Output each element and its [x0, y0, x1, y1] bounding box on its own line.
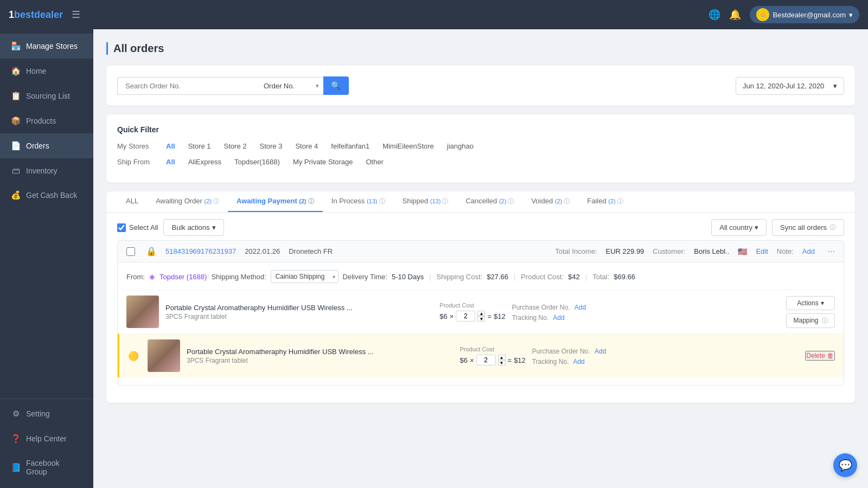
sidebar-item-products[interactable]: 📦 Products [0, 108, 93, 133]
product-image [126, 296, 159, 328]
sidebar-item-help-center[interactable]: ❓ Help Center [0, 426, 93, 451]
po-label: Purchase Order No. [512, 304, 570, 311]
quantity-input[interactable] [456, 311, 475, 322]
ship-option-private[interactable]: My Private Storage [288, 156, 359, 168]
qty-up[interactable]: ▲ [477, 311, 485, 316]
tab-voided[interactable]: Voided (2) ⓘ [522, 191, 578, 212]
table-controls: Select All Bulk actions ▾ All country ▾ … [106, 213, 855, 240]
product-info: Portable Crystal Aromatheraphy Humidifie… [165, 304, 433, 320]
menu-toggle[interactable]: ☰ [72, 9, 80, 21]
tab-shipped[interactable]: Shipped (13) ⓘ [394, 191, 457, 212]
tracking-add-link-2[interactable]: Add [573, 358, 584, 365]
quantity-input-2[interactable] [476, 355, 496, 365]
globe-icon[interactable]: 🌐 [709, 9, 720, 21]
product-name: Portable Crystal Aromatheraphy Humidifie… [165, 304, 433, 312]
controls-right: All country ▾ Sync all orders ⓘ [711, 219, 844, 236]
tab-failed[interactable]: Failed (2) ⓘ [578, 191, 632, 212]
sidebar-label-orders: Orders [26, 142, 49, 150]
bell-icon[interactable]: 🔔 [729, 9, 741, 21]
select-all-wrap: Select All [117, 223, 158, 232]
sync-all-button[interactable]: Sync all orders ⓘ [772, 219, 844, 236]
ship-option-topdser[interactable]: Topdser(1688) [229, 156, 285, 168]
order-checkbox[interactable] [126, 247, 135, 256]
product-variant: 3PCS Fragrant tablet [165, 313, 433, 320]
ship-option-all[interactable]: All [161, 156, 181, 168]
from-label: From: [126, 273, 145, 281]
country-dropdown-icon: ▾ [755, 223, 758, 232]
tab-awaiting-order[interactable]: Awaiting Order (2) ⓘ [147, 191, 228, 212]
tab-in-process[interactable]: In Process (13) ⓘ [323, 191, 394, 212]
sidebar-item-home[interactable]: 🏠 Home [0, 59, 93, 84]
shipping-cost-value: $27.66 [487, 273, 508, 281]
sidebar-label-sourcing: Sourcing List [26, 92, 70, 100]
store-option-2[interactable]: Store 2 [219, 140, 252, 152]
qty-down[interactable]: ▼ [477, 316, 485, 322]
search-type-select[interactable]: Order No. [258, 77, 323, 95]
sidebar-item-get-cash-back[interactable]: 💰 Get Cash Back [0, 183, 93, 208]
date-range-picker[interactable]: Jun 12, 2020-Jul 12, 2020 ▾ [736, 77, 844, 95]
sidebar-item-sourcing-list[interactable]: 📋 Sourcing List [0, 84, 93, 108]
sync-info-icon: ⓘ [830, 223, 836, 232]
tracking-add-link[interactable]: Add [553, 314, 564, 322]
store-option-jianghao[interactable]: jianghao [442, 140, 479, 152]
tab-awaiting-payment[interactable]: Awaiting Payment (2) ⓘ [228, 191, 323, 212]
sidebar-item-setting[interactable]: ⚙ Setting [0, 401, 93, 426]
store-option-4[interactable]: Store 4 [290, 140, 323, 152]
qty-up-2[interactable]: ▲ [498, 355, 506, 360]
store-option-3[interactable]: Store 3 [254, 140, 288, 152]
supplier-name: Topdser (1688) [159, 273, 207, 281]
order-status-icon: 🔒 [146, 246, 157, 256]
chat-bubble[interactable]: 💬 [833, 453, 857, 477]
po-add-link[interactable]: Add [575, 304, 586, 311]
sidebar-item-facebook[interactable]: 📘 Facebook Group [0, 451, 93, 484]
store-option-mimi[interactable]: MimiEileenStore [377, 140, 439, 152]
order-more-button[interactable]: ⋯ [828, 247, 835, 255]
order-store: Dronetech FR [289, 247, 333, 255]
store-option-all[interactable]: All [161, 140, 181, 152]
sync-all-label: Sync all orders [780, 223, 827, 232]
user-menu[interactable]: 👑 Bestdealer@gmail.com ▾ [750, 6, 859, 23]
all-country-button[interactable]: All country ▾ [711, 219, 767, 236]
po-add-link-2[interactable]: Add [595, 348, 606, 355]
delivery-value: 5-10 Days [392, 273, 424, 281]
delete-button[interactable]: Delete 🗑 [805, 351, 835, 361]
search-card: Order No. 🔍 Jun 12, 2020-Jul 12, 2020 ▾ [106, 66, 855, 106]
delivery-label: Delivery Time: [343, 273, 387, 281]
shipping-method-select[interactable]: Cainiao Shipping [271, 270, 339, 283]
note-add-link[interactable]: Add [802, 247, 815, 255]
orders-icon: 📄 [11, 141, 21, 151]
products-icon: 📦 [11, 116, 21, 126]
bulk-actions-button[interactable]: Bulk actions ▾ [163, 219, 224, 236]
awaiting-payment-count: (2) ⓘ [299, 198, 314, 204]
ship-option-other[interactable]: Other [360, 156, 389, 168]
search-input[interactable] [117, 77, 258, 95]
search-button[interactable]: 🔍 [323, 76, 349, 95]
sidebar-label-help: Help Center [26, 434, 67, 443]
edit-link[interactable]: Edit [756, 247, 768, 255]
delete-label: Delete [806, 352, 825, 359]
tab-all[interactable]: ALL [117, 191, 147, 212]
select-all-checkbox[interactable] [117, 223, 126, 232]
mapping-button[interactable]: Mapping ⓘ [786, 313, 835, 328]
order-body: From: ◈ Topdser (1688) Shipping Method: … [118, 262, 844, 385]
ship-option-aliexpress[interactable]: AliExpress [183, 156, 227, 168]
sidebar-item-manage-stores[interactable]: 🏪 Manage Stores [0, 34, 93, 59]
sidebar-item-orders[interactable]: 📄 Orders [0, 133, 93, 158]
sidebar-item-inventory[interactable]: 🗃 Inventory [0, 158, 93, 183]
mapping-info-icon: ⓘ [822, 317, 828, 325]
date-range-text: Jun 12, 2020-Jul 12, 2020 [743, 82, 824, 90]
calendar-icon: ▾ [833, 82, 837, 90]
store-option-1[interactable]: Store 1 [183, 140, 216, 152]
shipping-method-wrap: Cainiao Shipping [271, 270, 339, 283]
store-option-feifeifanfan1[interactable]: feifeifanfan1 [326, 140, 375, 152]
logo[interactable]: 1bestdealer [9, 9, 63, 21]
actions-button[interactable]: Actions ▾ [786, 296, 835, 310]
quantity-arrows-2: ▲ ▼ [498, 355, 506, 365]
orders-card: ALL Awaiting Order (2) ⓘ Awaiting Paymen… [106, 191, 855, 403]
quick-filter-card: Quick Filter My Stores All Store 1 Store… [106, 114, 855, 183]
order-id[interactable]: 518431969176231937 [165, 247, 236, 255]
qty-down-2[interactable]: ▼ [498, 360, 506, 365]
tab-cancelled[interactable]: Cancelled (2) ⓘ [457, 191, 522, 212]
quick-filter-title: Quick Filter [117, 125, 844, 134]
product-cost-section-2: Product Cost $6 × ▲ ▼ = [459, 346, 525, 365]
